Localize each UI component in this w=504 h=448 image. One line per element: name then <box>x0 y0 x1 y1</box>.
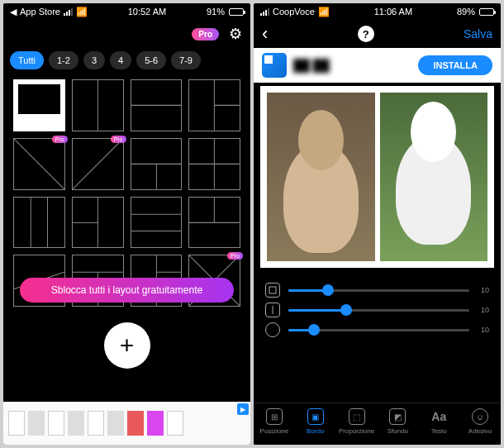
ad-banner[interactable]: ▶ <box>3 402 250 445</box>
battery-percent: 91% <box>207 7 225 17</box>
ratio-icon: ⬚ <box>349 408 365 425</box>
slider-value: 10 <box>478 306 489 314</box>
battery-icon <box>229 8 244 16</box>
layout-item[interactable] <box>188 138 240 190</box>
status-bar: CoopVoce 📶 11:06 AM 89% <box>254 3 501 20</box>
status-bar: ◀ App Store 📶 10:52 AM 91% <box>3 3 250 20</box>
outer-margin-icon <box>265 283 280 298</box>
tab-testo[interactable]: AaTesto <box>418 408 459 435</box>
svg-rect-27 <box>269 287 276 293</box>
install-button[interactable]: INSTALLA <box>418 55 492 75</box>
slider-track[interactable] <box>288 329 469 331</box>
slider-value: 10 <box>478 326 489 334</box>
pro-badge-icon: Pro <box>111 136 126 143</box>
tab-3[interactable]: 3 <box>83 51 105 69</box>
gear-icon[interactable]: ⚙ <box>229 25 242 43</box>
pro-badge[interactable]: Pro <box>192 28 219 41</box>
layout-item[interactable] <box>13 197 65 249</box>
border-icon: ▣ <box>307 408 324 425</box>
svg-line-5 <box>73 139 123 189</box>
status-time: 11:06 AM <box>374 7 412 17</box>
slider-value: 10 <box>478 286 489 294</box>
collage-cell[interactable] <box>267 93 375 261</box>
save-button[interactable]: Salva <box>464 27 492 41</box>
layout-item[interactable] <box>72 79 124 131</box>
tab-posizione[interactable]: ⊞Posizione <box>254 408 295 435</box>
layout-item[interactable] <box>188 197 240 249</box>
layout-item[interactable] <box>131 197 183 249</box>
tab-adesivo[interactable]: ☺Adesivo <box>459 408 501 435</box>
filter-tabs: Tutti 1-2 3 4 5-6 7-9 <box>3 48 250 73</box>
slider-track[interactable] <box>288 289 469 292</box>
phone-editor: CoopVoce 📶 11:06 AM 89% ‹ ? Salva ██ ██ … <box>254 3 501 445</box>
phone-layouts: ◀ App Store 📶 10:52 AM 91% Pro ⚙ Tutti 1… <box>3 3 250 445</box>
tab-4[interactable]: 4 <box>110 51 131 69</box>
slider-inner-border: 10 <box>265 303 489 317</box>
help-icon[interactable]: ? <box>358 26 374 42</box>
position-icon: ⊞ <box>266 408 283 425</box>
layout-item[interactable]: Pro <box>13 138 65 190</box>
tab-proporzione[interactable]: ⬚Proporzione <box>336 408 378 435</box>
back-label[interactable]: App Store <box>20 7 60 17</box>
carrier-label: CoopVoce <box>273 7 315 17</box>
signal-icon <box>64 8 73 16</box>
signal-icon <box>260 8 269 16</box>
tab-7-9[interactable]: 7-9 <box>171 51 201 69</box>
editor-nav: ‹ ? Salva <box>254 20 501 48</box>
pro-badge-icon: Pro <box>52 136 68 143</box>
battery-percent: 89% <box>457 7 475 17</box>
background-icon: ◩ <box>389 408 406 425</box>
collage-preview[interactable] <box>260 86 494 268</box>
layout-item[interactable]: Pro <box>72 138 124 190</box>
layout-item[interactable] <box>131 79 183 131</box>
tab-bordo[interactable]: ▣Bordo <box>295 408 336 435</box>
tab-5-6[interactable]: 5-6 <box>136 51 166 69</box>
bottom-tabs: ⊞Posizione ▣Bordo ⬚Proporzione ◩Sfondo A… <box>254 403 501 445</box>
tab-sfondo[interactable]: ◩Sfondo <box>377 408 418 435</box>
app-name: ██ ██ <box>293 59 411 72</box>
status-time: 10:52 AM <box>128 7 166 17</box>
collage-cell[interactable] <box>380 93 488 261</box>
unlock-banner[interactable]: Sblocca tutti i layout gratuitamente <box>20 278 234 303</box>
slider-outer-border: 10 <box>265 283 489 298</box>
pro-badge-icon: Pro <box>227 252 243 260</box>
inner-margin-icon <box>265 303 280 317</box>
layout-item[interactable] <box>13 79 65 131</box>
back-icon[interactable]: ◀ <box>10 7 17 17</box>
layout-item[interactable] <box>131 138 183 190</box>
add-fab[interactable]: + <box>104 322 150 369</box>
plus-icon: + <box>120 331 135 360</box>
layout-item[interactable] <box>188 79 240 131</box>
border-sliders: 10 10 10 <box>254 271 501 346</box>
layout-item[interactable] <box>72 197 124 249</box>
slider-track[interactable] <box>288 309 469 312</box>
battery-icon <box>479 8 494 16</box>
sticker-icon: ☺ <box>472 408 488 425</box>
corner-radius-icon <box>265 322 280 337</box>
tab-1-2[interactable]: 1-2 <box>49 51 78 69</box>
ad-expand-icon[interactable]: ▶ <box>237 403 249 415</box>
slider-corner-radius: 10 <box>265 322 489 337</box>
install-bar: ██ ██ INSTALLA <box>254 48 501 83</box>
back-icon[interactable]: ‹ <box>262 23 268 45</box>
text-icon: Aa <box>430 408 447 425</box>
tab-tutti[interactable]: Tutti <box>10 51 44 69</box>
top-nav: Pro ⚙ <box>3 20 250 48</box>
app-icon <box>262 53 287 78</box>
svg-line-4 <box>14 139 64 189</box>
